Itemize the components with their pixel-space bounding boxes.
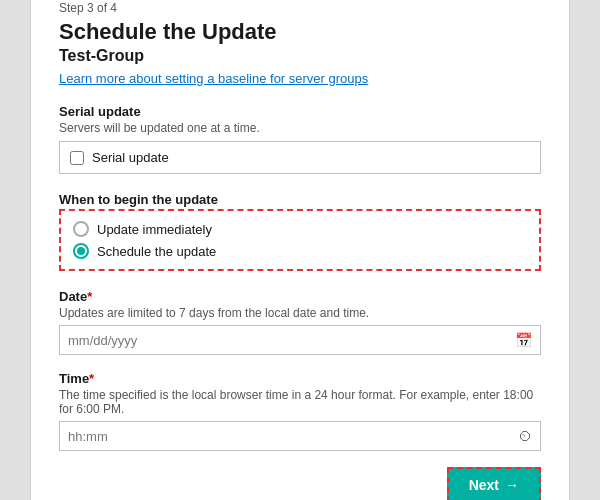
group-name: Test-Group <box>59 47 541 65</box>
next-arrow-icon: → <box>505 477 519 493</box>
next-button[interactable]: Next → <box>447 467 541 500</box>
time-label: Time* <box>59 371 541 386</box>
date-label: Date* <box>59 289 541 304</box>
radio-immediately-row[interactable]: Update immediately <box>73 221 527 237</box>
time-input-wrapper: ⏲ <box>59 421 541 451</box>
date-input[interactable] <box>68 333 515 348</box>
serial-update-checkbox-row: Serial update <box>59 141 541 174</box>
bottom-bar: Next → <box>59 467 541 500</box>
learn-link[interactable]: Learn more about setting a baseline for … <box>59 71 368 86</box>
serial-update-checkbox-label[interactable]: Serial update <box>92 150 169 165</box>
time-section: Time* The time specified is the local br… <box>59 371 541 451</box>
serial-update-checkbox[interactable] <box>70 151 84 165</box>
radio-group-dashed: Update immediately Schedule the update <box>59 209 541 271</box>
radio-schedule-label: Schedule the update <box>97 244 216 259</box>
when-begin-section: When to begin the update Update immediat… <box>59 192 541 271</box>
radio-immediately-icon[interactable] <box>73 221 89 237</box>
step-label: Step 3 of 4 <box>59 1 541 15</box>
when-begin-label: When to begin the update <box>59 192 541 207</box>
clock-icon: ⏲ <box>518 428 532 444</box>
time-input[interactable] <box>68 429 518 444</box>
radio-schedule-row[interactable]: Schedule the update <box>73 243 527 259</box>
time-desc: The time specified is the local browser … <box>59 388 541 416</box>
next-button-label: Next <box>469 477 499 493</box>
calendar-icon: 📅 <box>515 332 532 348</box>
page-title: Schedule the Update <box>59 19 541 45</box>
date-desc: Updates are limited to 7 days from the l… <box>59 306 541 320</box>
date-section: Date* Updates are limited to 7 days from… <box>59 289 541 355</box>
main-card: Step 3 of 4 Schedule the Update Test-Gro… <box>30 0 570 500</box>
serial-update-label: Serial update <box>59 104 541 119</box>
serial-update-section: Serial update Servers will be updated on… <box>59 104 541 174</box>
radio-schedule-icon[interactable] <box>73 243 89 259</box>
date-input-wrapper: 📅 <box>59 325 541 355</box>
radio-immediately-label: Update immediately <box>97 222 212 237</box>
serial-update-desc: Servers will be updated one at a time. <box>59 121 541 135</box>
